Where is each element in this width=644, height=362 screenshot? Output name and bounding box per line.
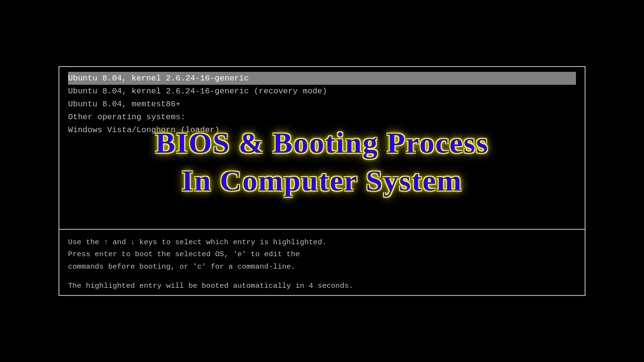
grub-entry-3: Other operating systems:: [68, 111, 576, 124]
grub-menu: Ubuntu 8.04, kernel 2.6.24-16-generic Ub…: [59, 67, 585, 230]
grub-box: Ubuntu 8.04, kernel 2.6.24-16-generic Ub…: [58, 66, 586, 296]
title-line1: BIOS & Booting Process: [86, 126, 558, 158]
footer-auto-boot: The highlighted entry will be booted aut…: [68, 282, 576, 290]
grub-footer: Use the ↑ and ↓ keys to select which ent…: [59, 230, 585, 295]
title-line2: In Computer System: [86, 163, 558, 198]
title-overlay: BIOS & Booting Process In Computer Syste…: [86, 126, 558, 198]
footer-spacer: [68, 273, 576, 282]
screen-container: Ubuntu 8.04, kernel 2.6.24-16-generic Ub…: [34, 18, 610, 344]
footer-instructions: Use the ↑ and ↓ keys to select which ent…: [68, 237, 576, 273]
grub-entry-2[interactable]: Ubuntu 8.04, memtest86+: [68, 98, 576, 111]
grub-entry-1[interactable]: Ubuntu 8.04, kernel 2.6.24-16-generic (r…: [68, 85, 576, 98]
grub-entry-0[interactable]: Ubuntu 8.04, kernel 2.6.24-16-generic: [68, 72, 576, 85]
